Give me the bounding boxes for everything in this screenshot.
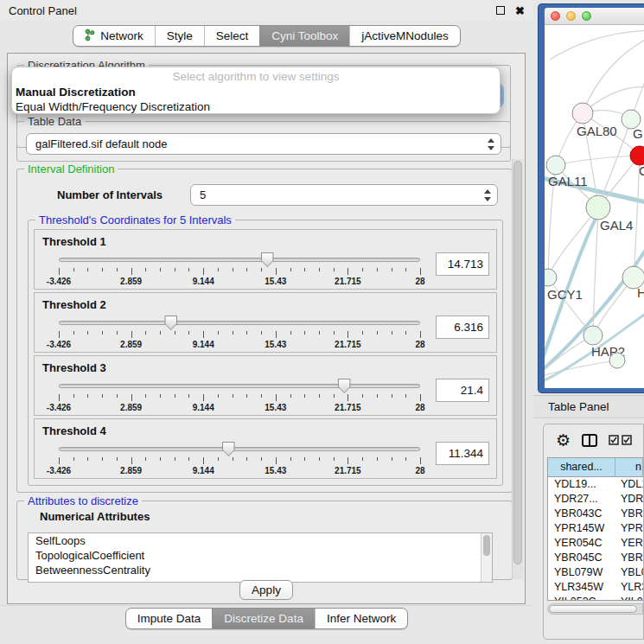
slider-axis-labels: -3.4262.8599.14415.4321.71528 bbox=[59, 340, 420, 350]
threshold-3-slider-thumb[interactable] bbox=[338, 379, 351, 393]
cell-shared-name: YER054C bbox=[548, 536, 615, 551]
table-row[interactable]: YDR27...YDR2 bbox=[548, 492, 643, 507]
cell-shared-name: YBL079W bbox=[548, 565, 615, 580]
select-columns-icons[interactable] bbox=[609, 435, 632, 445]
number-of-intervals-combobox[interactable]: 5 bbox=[190, 184, 498, 206]
threshold-2-slider[interactable]: -3.4262.8599.14415.4321.71528 bbox=[59, 314, 420, 352]
attribute-items: SelfLoopsTopologicalCoefficientBetweenne… bbox=[29, 533, 492, 577]
threshold-3-slider[interactable]: -3.4262.8599.14415.4321.71528 bbox=[59, 377, 420, 415]
screen: Control Panel ✖ NetworkStyleSelectCyni T… bbox=[0, 0, 644, 644]
tab-label: Impute Data bbox=[137, 612, 201, 625]
tab-infer-network[interactable]: Infer Network bbox=[315, 609, 407, 628]
column-header-name[interactable]: n bbox=[615, 458, 643, 476]
axis-tick-label: 28 bbox=[415, 277, 424, 286]
threshold-4-slider-thumb[interactable] bbox=[222, 442, 235, 456]
threshold-3-value-field[interactable]: 21.4 bbox=[436, 379, 489, 402]
network-node[interactable] bbox=[609, 353, 625, 368]
axis-tick-label: 2.859 bbox=[120, 466, 142, 475]
table-row[interactable]: YLR345WYLR3 bbox=[548, 580, 643, 595]
tab-select[interactable]: Select bbox=[204, 26, 260, 46]
cell-shared-name: YPR145W bbox=[548, 521, 615, 536]
network-node-gal4[interactable] bbox=[586, 195, 610, 220]
combo-stepper-icon bbox=[484, 188, 491, 202]
bottom-tabs-segmented: Impute DataDiscretize DataInfer Network bbox=[125, 608, 408, 629]
threshold-1-slider-thumb[interactable] bbox=[261, 252, 274, 267]
thresholds-group: Threshold's Coordinates for 5 Intervals … bbox=[28, 220, 503, 486]
axis-tick-label: 2.859 bbox=[120, 277, 142, 286]
table-row[interactable]: YPR145WYPR1 bbox=[548, 521, 643, 536]
cell-shared-name: YBR045C bbox=[548, 551, 615, 565]
algorithm-placeholder-option[interactable]: Select algorithm to view settings bbox=[12, 70, 500, 86]
footer-divider bbox=[0, 605, 533, 606]
column-header-shared[interactable]: shared... bbox=[548, 458, 615, 476]
threshold-1-slider[interactable]: -3.4262.8599.14415.4321.71528 bbox=[59, 251, 420, 289]
network-node-gal11[interactable] bbox=[546, 156, 565, 175]
tab-network[interactable]: Network bbox=[73, 26, 155, 46]
tab-label: Select bbox=[216, 29, 249, 42]
axis-tick-label: 9.144 bbox=[193, 277, 214, 286]
network-graph: GAL80GCGAL11GAL4GCY1HHAP2 bbox=[545, 25, 644, 388]
network-node-gcy1[interactable] bbox=[545, 269, 557, 286]
network-window-titlebar bbox=[545, 8, 644, 25]
table-row[interactable]: YBL079WYBL0 bbox=[548, 565, 643, 580]
tab-label: Discretize Data bbox=[224, 612, 303, 625]
table-row[interactable]: YIL053CYIL0 bbox=[548, 595, 643, 601]
interval-definition-group-title: Interval Definition bbox=[24, 163, 118, 175]
numerical-attributes-label: Numerical Attributes bbox=[40, 510, 150, 523]
axis-tick-label: 15.43 bbox=[265, 340, 286, 349]
apply-button[interactable]: Apply bbox=[239, 580, 293, 600]
cell-name: YIL0 bbox=[615, 595, 643, 601]
axis-tick-label: 21.715 bbox=[335, 403, 361, 412]
table-row[interactable]: YDL19...YDL1 bbox=[548, 477, 643, 492]
numerical-attributes-list[interactable]: SelfLoopsTopologicalCoefficientBetweenne… bbox=[28, 532, 493, 583]
cell-name: YDR2 bbox=[615, 492, 643, 507]
algorithm-option-manual[interactable]: Manual Discretization bbox=[12, 86, 500, 100]
threshold-rows: Threshold 1-3.4262.8599.14415.4321.71528… bbox=[34, 229, 497, 481]
threshold-1-value-field[interactable]: 14.713 bbox=[436, 252, 489, 276]
close-icon[interactable]: ✖ bbox=[515, 5, 525, 16]
attribute-item-selfloops[interactable]: SelfLoops bbox=[29, 533, 492, 548]
table-row[interactable]: YBR043CYBR0 bbox=[548, 507, 643, 521]
table-data-combobox[interactable]: galFiltered.sif default node bbox=[26, 133, 501, 155]
axis-tick-label: -3.426 bbox=[47, 466, 71, 475]
mac-close-icon[interactable] bbox=[551, 11, 560, 21]
float-window-icon[interactable] bbox=[496, 6, 505, 15]
threshold-2-slider-thumb[interactable] bbox=[164, 316, 177, 330]
table-rows: YDL19...YDL1YDR27...YDR2YBR043CYBR0YPR14… bbox=[548, 477, 643, 601]
threshold-4-slider[interactable]: -3.4262.8599.14415.4321.71528 bbox=[59, 440, 420, 478]
network-node-hap2[interactable] bbox=[583, 326, 603, 345]
network-canvas[interactable]: GAL80GCGAL11GAL4GCY1HHAP2 bbox=[545, 25, 644, 388]
cell-name: YDL1 bbox=[615, 477, 643, 492]
threshold-2-value-field[interactable]: 6.316 bbox=[436, 316, 489, 339]
mac-minimize-icon[interactable] bbox=[566, 11, 576, 21]
network-node-gal80[interactable] bbox=[572, 103, 593, 124]
tab-jactivemnodules[interactable]: jActiveMNodules bbox=[349, 26, 460, 46]
tab-cyni-toolbox[interactable]: Cyni Toolbox bbox=[259, 26, 349, 46]
attribute-item-betweennesscentrality[interactable]: BetweennessCentrality bbox=[29, 563, 492, 577]
table-data-selected-value: galFiltered.sif default node bbox=[35, 137, 167, 150]
settings-vertical-scrollbar[interactable] bbox=[512, 159, 523, 579]
algorithm-option-equal-width[interactable]: Equal Width/Frequency Discretization bbox=[12, 100, 500, 115]
cell-name: YBL0 bbox=[615, 565, 643, 580]
column-layout-icon[interactable] bbox=[582, 434, 597, 447]
attributes-scrollbar[interactable] bbox=[481, 533, 492, 582]
axis-tick-label: 2.859 bbox=[120, 340, 142, 349]
table-row[interactable]: YER054CYER0 bbox=[548, 536, 643, 551]
tab-impute-data[interactable]: Impute Data bbox=[126, 609, 213, 628]
attribute-item-topologicalcoefficient[interactable]: TopologicalCoefficient bbox=[29, 548, 492, 563]
mac-zoom-icon[interactable] bbox=[582, 11, 591, 21]
tab-style[interactable]: Style bbox=[155, 26, 204, 46]
axis-tick-label: 21.715 bbox=[335, 466, 361, 475]
table-row[interactable]: YBR045CYBR0 bbox=[548, 551, 643, 565]
slider-ticks bbox=[59, 268, 420, 276]
tab-discretize-data[interactable]: Discretize Data bbox=[212, 609, 315, 628]
table-panel: ⚙ shared... n YDL19...YDL1YDR27...YDR2YB… bbox=[543, 424, 644, 640]
threshold-4-value-field[interactable]: 11.344 bbox=[436, 442, 489, 465]
node-label-gcy1: GCY1 bbox=[547, 287, 583, 302]
cell-shared-name: YDL19... bbox=[548, 477, 615, 492]
table-horizontal-scrollbar[interactable] bbox=[547, 603, 643, 615]
cell-shared-name: YIL053C bbox=[548, 595, 615, 601]
cell-name: YER0 bbox=[615, 536, 643, 551]
gear-icon[interactable]: ⚙ bbox=[556, 432, 571, 449]
cell-shared-name: YLR345W bbox=[548, 580, 615, 595]
